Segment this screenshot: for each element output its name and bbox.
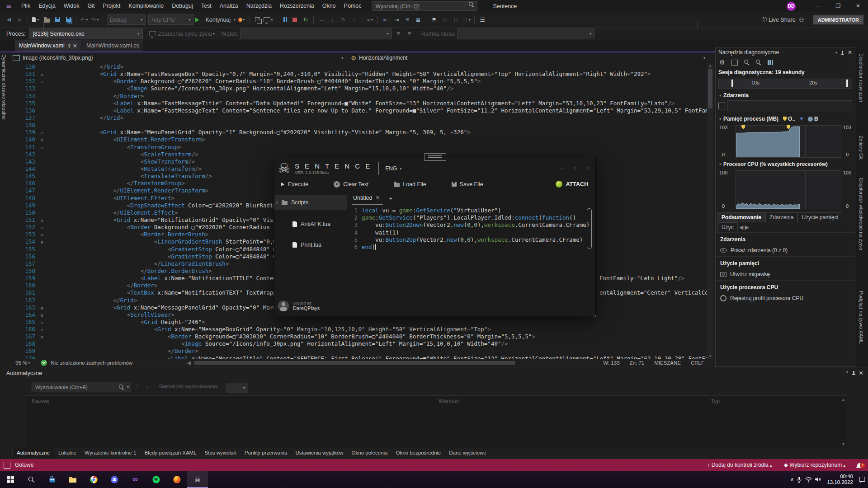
fold-marker[interactable] [39,166,45,173]
fold-marker[interactable] [39,253,45,261]
script-tab-untitled[interactable]: Untitled ✕ [352,192,383,205]
events-section-header[interactable]: Zdarzenia [723,92,749,99]
close-button[interactable]: ✕ [848,0,868,12]
notifications-bell[interactable]: 2 [857,462,862,468]
side-tab-3[interactable]: Podgląd na żywo XAML [859,291,864,344]
lua-line-1[interactable]: 1local vu = game:GetService("VirtualUser… [348,207,587,214]
taskbar-sentence-skull[interactable]: ☠ [187,471,208,488]
fold-marker[interactable]: ⊟ [39,71,45,78]
fold-marker[interactable]: ⊟ [39,217,45,224]
scripts-folder-item[interactable]: Scripts [274,195,347,210]
diag-tab-Użycie pamięci[interactable]: Użycie pamięci [797,212,842,222]
diag-tab-Użyc[interactable]: Użyc [717,222,738,232]
watch-tab-Stos wywołań[interactable]: Stos wywołań [201,448,241,457]
tab-pin-icon[interactable]: ⚲ [68,43,71,48]
lua-line-4[interactable]: 4 wait(1) [348,229,587,236]
clear-text-button[interactable]: ✕Clear Text [334,181,368,188]
action-center-icon[interactable] [859,476,866,483]
clear-bookmarks-icon[interactable]: ⚐▾ [462,14,472,25]
memory-section-header[interactable]: Pamięć procesu (MB) [723,116,778,122]
fold-marker[interactable] [39,108,45,115]
menu-rozszerzenia[interactable]: Rozszerzenia [276,0,318,12]
live-share-icon[interactable]: ⎋ Live Share [763,14,796,25]
sentence-close-icon[interactable]: ✕ [585,165,590,172]
record-cpu-link[interactable]: Rejestruj profil procesora CPU [716,292,855,304]
user-avatar[interactable]: DD [787,2,796,11]
taskbar-microsoft-store[interactable] [42,471,62,488]
code-line-134[interactable]: 134 </Border> [9,93,707,100]
stack-frame-dropdown[interactable]: ▾ [457,28,594,39]
autos-close-icon[interactable]: ✕ [859,370,863,376]
task-list-icon[interactable]: ☰ [477,14,487,25]
fold-marker[interactable] [39,275,45,282]
watch-tab-Wyrażenie kontrolne 1[interactable]: Wyrażenie kontrolne 1 [80,448,140,457]
show-events-link[interactable]: Pokaż zdarzenia (0 z 0) [716,244,855,256]
diag-tab-Zdarzenia[interactable]: Zdarzenia [765,212,797,222]
window-drag-handle[interactable] [425,153,446,161]
code-line-168[interactable]: 168 <Image Source="/Icons/info_30px.png"… [9,340,707,347]
process-dropdown[interactable]: [8136] Sentence.exe▾ [29,28,143,39]
microphone-icon[interactable] [796,476,803,483]
script-item-AntiAFK.lua[interactable]: AntiAFK.lua [274,217,347,231]
scripts-expander-icon[interactable]: ▸ [276,200,278,205]
code-line-170[interactable]: 170 <Label x:Name="MessageTitle" Content… [9,355,707,359]
zoom-in-icon[interactable] [744,60,750,65]
lua-code-editor[interactable]: 1local vu = game:GetService("VirtualUser… [348,207,587,251]
fold-marker[interactable] [39,180,45,188]
solution-platform-dropdown[interactable]: Any CPU▾ [148,14,193,25]
taskbar-clock[interactable]: 00:40 13.10.2022 [823,474,857,485]
lifecycle-events-icon[interactable] [147,28,157,39]
fold-marker[interactable] [39,195,45,202]
column-type[interactable]: Typ [711,398,720,404]
tab-MainWindow.xaml[interactable]: MainWindow.xaml ⚲ ✕ [15,40,81,52]
code-line-166[interactable]: 166⊟ <Grid x:Name="MessageBoxGrid" Opaci… [9,326,707,333]
comment-icon[interactable]: ≡ [402,14,412,25]
lua-line-5[interactable]: 5 vu:Button2Up(Vector2.new(0,0),workspac… [348,236,587,244]
timeline-ruler[interactable]: 10s 20s [718,79,852,89]
code-line-133[interactable]: 133 <Image Source="/Icons/info_30px.png"… [9,85,707,92]
hot-reload-icon[interactable]: ▾ [236,14,246,25]
fold-marker[interactable] [39,348,45,355]
range-end-handle[interactable] [846,80,848,87]
fold-marker[interactable] [39,115,45,122]
fold-marker[interactable] [39,188,45,195]
editor-scrollbar[interactable]: ▲ ▼ [707,63,713,359]
autos-position-icon[interactable]: ▾ [846,370,848,374]
settings-gear-icon[interactable]: ⚙ [719,59,725,66]
apply-code-changes-icon[interactable] [252,14,262,25]
restart-icon[interactable]: ↻ [301,14,311,25]
fold-marker[interactable] [39,122,45,129]
scrollbar-thumb[interactable] [708,69,712,108]
watch-tab-Lokalne[interactable]: Lokalne [54,448,80,457]
menu-plik[interactable]: Plik [17,0,34,12]
script-item-Print.lua[interactable]: Print.lua [274,238,347,252]
menu-kompilowanie[interactable]: Kompilowanie [124,0,168,12]
fold-marker[interactable]: ⊟ [39,78,45,85]
step-out-icon[interactable]: ↑ [349,14,359,25]
quick-search-box[interactable]: Wyszukaj (Ctrl+Q) [372,1,477,11]
execute-button[interactable]: Execute [281,181,308,188]
fold-marker[interactable] [39,93,45,100]
menu-pomoc[interactable]: Pomoc [340,0,366,12]
menu-debuguj[interactable]: Debuguj [168,0,197,12]
zoom-level-dropdown[interactable]: 95 % [15,360,27,366]
column-name[interactable]: Nazwa [32,398,49,404]
network-wifi-icon[interactable] [805,476,812,483]
code-line-135[interactable]: 135 <Label x:Name="FastMessageTitle" Con… [9,100,707,107]
xaml-hot-reload-icon[interactable]: ⌁▾ [365,14,375,25]
fold-marker[interactable] [39,151,45,159]
autos-pin-icon[interactable] [853,371,854,375]
lua-line-6[interactable]: 6end) [348,244,587,251]
administrator-badge[interactable]: ADMINISTRATOR [813,15,863,24]
fold-marker[interactable]: ⊟ [39,305,45,312]
fold-marker[interactable]: ⊟ [39,326,45,333]
lua-line-3[interactable]: 3 vu:Button2Down(Vector2.new(0,0),worksp… [348,221,587,229]
taskbar-windows-start[interactable] [0,471,21,488]
taskbar-file-explorer[interactable] [62,471,83,488]
thread-dropdown[interactable]: ▾ [240,28,392,39]
watch-search-input[interactable]: Wyszukiwanie (Ctrl+E) ▾ [32,382,131,392]
navigate-forward-icon[interactable]: ⊳ [15,14,25,25]
watch-tab-Ustawienia wyjątków[interactable]: Ustawienia wyjątków [291,448,347,457]
fold-marker[interactable] [39,100,45,108]
minimize-button[interactable]: — [808,0,828,12]
